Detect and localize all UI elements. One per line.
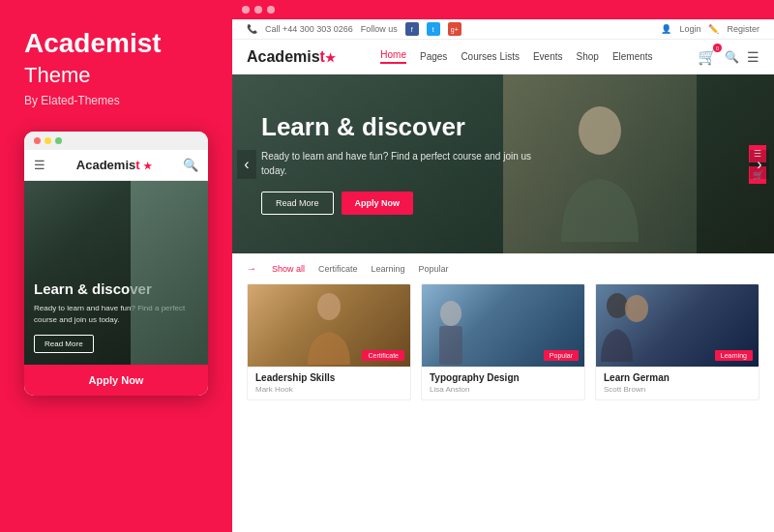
course-card-1-image: Certificate [248,284,410,367]
googleplus-icon[interactable]: g+ [448,22,461,36]
brand-title: Academist [24,29,208,59]
register-link[interactable]: Register [727,24,759,34]
filter-tab-showall[interactable]: Show all [272,264,305,274]
nav-link-home[interactable]: Home [380,49,406,64]
top-bar: 📞 Call +44 300 303 0266 Follow us f t g+… [232,19,774,40]
svg-point-1 [317,293,341,320]
hero-person-image [503,74,697,253]
nav-icons: 🛒 0 🔍 ☰ [698,47,759,66]
course-card-1-author: Mark Hook [255,385,402,394]
course-card-2-title: Typography Design [430,372,577,383]
nav-logo: Academist★ [247,48,336,66]
hero-title: Learn & discover [261,113,532,141]
mobile-mockup: ☰ Academist ★ 🔍 Learn & discover Ready t… [24,132,208,396]
mobile-logo-accent: t [135,158,139,172]
mobile-dots [24,132,208,150]
svg-point-0 [579,106,621,155]
course-card-1: Certificate Leadership Skills Mark Hook [247,283,411,400]
browser-chrome [232,0,774,19]
course-card-3: Learning Learn German Scott Brown [595,283,759,400]
login-link[interactable]: Login [679,24,700,34]
mobile-nav: ☰ Academist ★ 🔍 [24,150,208,181]
filter-tab-popular[interactable]: Popular [419,264,449,274]
phone-icon: 📞 [247,24,257,34]
course-card-2-badge: Popular [544,350,579,361]
filter-tab-certificate[interactable]: Certificate [318,264,358,274]
svg-point-4 [607,293,628,318]
mobile-read-more-button[interactable]: Read More [34,335,94,353]
phone-number: Call +44 300 303 0266 [265,24,353,34]
course-card-3-image: Learning [596,284,759,367]
mobile-dot-red [34,137,41,144]
brand-by: By Elated-Themes [24,94,208,107]
user-icon: 👤 [661,24,671,34]
browser-dot-3 [267,6,275,14]
nav-logo-star: ★ [325,51,336,65]
brand-sub: Theme [24,63,208,88]
course-card-1-badge: Certificate [362,350,404,361]
course-card-2: Popular Typography Design Lisa Anston [421,283,585,400]
hero-desc: Ready to learn and have fun? Find a perf… [261,149,532,178]
course-card-3-title: Learn German [604,372,751,383]
mobile-hero: Learn & discover Ready to learn and have… [24,181,208,365]
nav-link-shop[interactable]: Shop [577,51,599,62]
svg-point-2 [440,301,461,326]
hero-prev-arrow[interactable]: ‹ [237,150,256,179]
course-card-2-info: Typography Design Lisa Anston [422,367,584,399]
mobile-nav-logo: Academist ★ [76,158,152,172]
nav-link-pages[interactable]: Pages [420,51,447,62]
mobile-hero-person-image [131,181,208,365]
cart-badge: 0 [713,44,722,52]
hero-content: Learn & discover Ready to learn and have… [261,113,532,215]
hero-buttons: Read More Apply Now [261,192,532,215]
filter-tab-learning[interactable]: Learning [372,264,405,274]
right-panel: 📞 Call +44 300 303 0266 Follow us f t g+… [232,0,774,532]
courses-section: → Show all Certificate Learning Popular [232,253,774,532]
mobile-search-icon[interactable]: 🔍 [183,158,198,172]
facebook-icon[interactable]: f [405,22,419,36]
nav-link-events[interactable]: Events [533,51,563,62]
left-panel: Academist Theme By Elated-Themes ☰ Acade… [0,0,232,532]
course-card-3-badge: Learning [715,350,753,361]
course-card-3-author: Scott Brown [604,385,751,394]
person3-svg [596,284,654,362]
svg-point-5 [625,295,648,322]
svg-rect-3 [439,326,462,365]
person1-svg [300,287,358,365]
twitter-icon[interactable]: t [427,22,440,36]
hero-person-svg [542,87,658,242]
course-card-3-info: Learn German Scott Brown [596,367,759,399]
course-cards: Certificate Leadership Skills Mark Hook [247,283,759,400]
nav-link-elements[interactable]: Elements [612,51,653,62]
browser-dot-1 [242,6,250,14]
person2-svg [422,294,480,367]
top-bar-left: 📞 Call +44 300 303 0266 Follow us f t g+ [247,22,461,36]
mobile-dot-green [55,137,62,144]
nav-hamburger-icon[interactable]: ☰ [747,49,759,65]
mobile-dot-yellow [45,137,51,144]
mobile-apply-now-button[interactable]: Apply Now [24,365,208,396]
browser-dot-2 [254,6,262,14]
filter-tabs: → Show all Certificate Learning Popular [247,263,759,274]
course-card-2-author: Lisa Anston [430,385,577,394]
nav-search-icon[interactable]: 🔍 [725,50,739,64]
follow-us-label: Follow us [361,24,398,34]
nav-link-courses[interactable]: Courses Lists [461,51,520,62]
hero-next-arrow[interactable]: › [750,150,769,179]
mobile-hamburger-icon[interactable]: ☰ [34,158,45,172]
hero-read-more-button[interactable]: Read More [261,192,334,215]
website: 📞 Call +44 300 303 0266 Follow us f t g+… [232,19,774,532]
course-card-2-image: Popular [422,284,584,367]
hero-apply-now-button[interactable]: Apply Now [342,192,414,215]
top-bar-right: 👤 Login ✏️ Register [661,24,759,34]
course-card-1-title: Leadership Skills [255,372,402,383]
cart-icon[interactable]: 🛒 0 [698,47,717,66]
course-card-1-info: Leadership Skills Mark Hook [248,367,410,399]
mobile-logo-star: ★ [143,161,152,171]
register-icon: ✏️ [708,24,719,34]
nav-links: Home Pages Courses Lists Events Shop Ele… [380,49,652,64]
main-nav: Academist★ Home Pages Courses Lists Even… [232,40,774,74]
hero-section: Learn & discover Ready to learn and have… [232,74,774,253]
filter-arrow-icon: → [247,263,256,274]
